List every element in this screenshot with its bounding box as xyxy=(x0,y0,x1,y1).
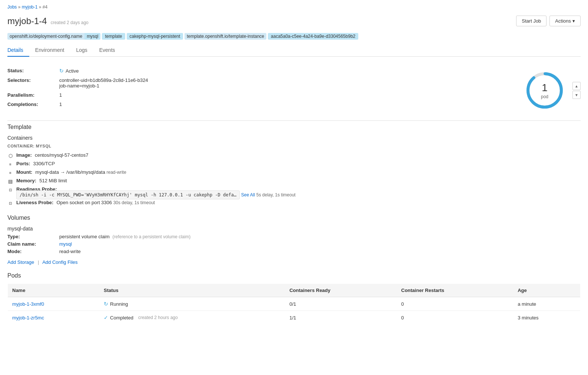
liveness-row: ⊡ Liveness Probe: Open socket on port 33… xyxy=(7,199,581,207)
pod-circle: 1 pod xyxy=(524,70,565,111)
selector1: controller-uid=b1db589a-2c8d-11e6-b324 xyxy=(59,77,509,83)
image-row: ⬡ Image: centos/mysql-57-centos7 xyxy=(7,151,581,160)
ports-row: ≡ Ports: 3306/TCP xyxy=(7,160,581,168)
pod-status-cell: ✓ Completed created 2 hours ago xyxy=(99,311,285,325)
containers-ready-cell: 0/1 xyxy=(285,297,397,311)
tab-details[interactable]: Details xyxy=(7,44,29,57)
label-template-instance[interactable]: template.openshift.io/template-instance xyxy=(185,33,266,40)
liveness-icon: ⊡ xyxy=(7,200,13,206)
label-key: openshift.io/deployment-config.name xyxy=(7,33,84,40)
selector2: job-name=myjob-1 xyxy=(59,83,509,89)
pod-section: 1 pod ▲ ▼ xyxy=(524,70,581,111)
mount-row: ≡ Mount: mysql-data → /var/lib/mysql/dat… xyxy=(7,168,581,177)
pod-2-link[interactable]: myjob-1-zr5mc xyxy=(12,315,44,321)
mount-mode: read-write xyxy=(107,170,126,175)
details-section: Status: ↻ Active Selectors: controller-u… xyxy=(7,63,581,115)
pod-status-cell: ↻ Running xyxy=(99,297,285,311)
age-cell: 3 minutes xyxy=(513,311,580,325)
readiness-content: Readiness Probe: /bin/sh -i -c MYSQL_PWD… xyxy=(16,186,296,198)
label-uid[interactable]: aaca5a0a-c5ee-4a24-ba9e-d3304565b9b2 xyxy=(268,33,358,40)
volume-name: mysql-data xyxy=(7,226,581,232)
liveness-value: Open socket on port 3306 30s delay, 1s t… xyxy=(56,200,155,205)
labels-row: openshift.io/deployment-config.name mysq… xyxy=(7,31,581,44)
template-section-title: Template xyxy=(7,124,581,130)
ports-label: Ports: xyxy=(16,161,30,166)
check-icon: ✓ xyxy=(104,315,108,321)
containers-ready-cell: 1/1 xyxy=(285,311,397,325)
title-actions: Start Job Actions ▾ xyxy=(516,16,581,26)
mount-value: mysql-data → /var/lib/mysql/data read-wr… xyxy=(35,169,126,175)
details-grid: Status: ↻ Active Selectors: controller-u… xyxy=(7,63,509,112)
pod-increment-button[interactable]: ▲ xyxy=(572,82,581,90)
claim-label: Claim name: xyxy=(7,241,59,247)
readiness-row: ⊡ Readiness Probe: /bin/sh -i -c MYSQL_P… xyxy=(7,185,581,199)
pod-decrement-button[interactable]: ▼ xyxy=(572,91,581,99)
pods-title: Pods xyxy=(7,272,581,279)
created-timestamp: created 2 days ago xyxy=(51,20,89,25)
storage-separator: | xyxy=(38,259,39,265)
tab-logs[interactable]: Logs xyxy=(70,44,93,57)
table-row: myjob-1-3xmf0 ↻ Running 0/1 0 a minute xyxy=(8,297,581,311)
breadcrumb-jobs[interactable]: Jobs xyxy=(7,4,17,10)
title-left: myjob-1-4 created 2 days ago xyxy=(7,16,89,26)
actions-button[interactable]: Actions ▾ xyxy=(549,16,581,26)
tab-environment[interactable]: Environment xyxy=(29,44,70,57)
claim-link[interactable]: mysql xyxy=(59,241,581,247)
tab-events[interactable]: Events xyxy=(93,44,121,57)
page-title-row: myjob-1-4 created 2 days ago Start Job A… xyxy=(7,13,581,31)
status-label: Status: xyxy=(7,67,59,74)
image-value: centos/mysql-57-centos7 xyxy=(35,152,89,158)
type-label: Type: xyxy=(7,234,59,239)
pod-label: pod xyxy=(541,94,548,99)
col-containers-ready: Containers Ready xyxy=(285,284,397,297)
breadcrumb-current: #4 xyxy=(43,4,47,10)
breadcrumb-myjob[interactable]: myjob-1 xyxy=(22,4,38,10)
breadcrumb-sep2: » xyxy=(39,4,43,10)
selectors-value: controller-uid=b1db589a-2c8d-11e6-b324 j… xyxy=(59,77,509,89)
label-cakephp[interactable]: cakephp-mysql-persistent xyxy=(127,33,183,40)
mount-path: mysql-data → /var/lib/mysql/data xyxy=(35,169,105,175)
mount-icon: ≡ xyxy=(7,170,13,176)
pod-name-cell: myjob-1-zr5mc xyxy=(8,311,100,325)
type-desc: (reference to a persistent volume claim) xyxy=(112,234,190,239)
col-status: Status xyxy=(99,284,285,297)
type-value: persistent volume claim (reference to a … xyxy=(59,234,581,239)
label-key2: template.openshift.io/template-instance xyxy=(185,33,266,40)
mount-label: Mount: xyxy=(16,169,32,175)
pods-section: Pods Name Status Containers Ready Contai… xyxy=(7,272,581,325)
add-config-link[interactable]: Add Config Files xyxy=(42,259,77,265)
pods-table: Name Status Containers Ready Container R… xyxy=(7,283,581,325)
label-deployment-config[interactable]: openshift.io/deployment-config.name mysq… xyxy=(7,33,100,40)
col-restarts: Container Restarts xyxy=(397,284,513,297)
start-job-button[interactable]: Start Job xyxy=(516,16,547,26)
pod-1-link[interactable]: myjob-1-3xmf0 xyxy=(12,301,44,307)
volumes-title: Volumes xyxy=(7,215,581,221)
completed-label: Completed xyxy=(110,315,133,321)
running-label: Running xyxy=(110,301,128,307)
add-storage-link[interactable]: Add Storage xyxy=(7,259,34,265)
ports-value: 3306/TCP xyxy=(33,161,55,166)
mode-value: read-write xyxy=(59,249,581,254)
page-title: myjob-1-4 xyxy=(7,16,47,26)
memory-value: 512 MiB limit xyxy=(39,178,67,183)
selectors-label: Selectors: xyxy=(7,77,59,89)
completed-status: ✓ Completed created 2 hours ago xyxy=(104,315,280,321)
liveness-meta: 30s delay, 1s timeout xyxy=(113,200,155,205)
details-left: Status: ↻ Active Selectors: controller-u… xyxy=(7,63,509,115)
pods-table-header: Name Status Containers Ready Container R… xyxy=(8,284,581,297)
ports-icon: ≡ xyxy=(7,161,13,167)
refresh-icon: ↻ xyxy=(59,68,64,74)
liveness-label: Liveness Probe: xyxy=(16,200,53,205)
container-label: CONTAINER: MYSQL xyxy=(7,144,581,148)
label-template[interactable]: template xyxy=(102,33,125,40)
completions-label: Completions: xyxy=(7,101,59,108)
tabs: Details Environment Logs Events xyxy=(7,44,581,57)
parallelism-label: Parallelism: xyxy=(7,92,59,99)
readiness-code: /bin/sh -i -c MYSQL_PWD='WVyH3mRHYKfCAYh… xyxy=(16,190,240,199)
see-all-link[interactable]: See All xyxy=(241,192,255,198)
age-cell: a minute xyxy=(513,297,580,311)
chevron-down-icon: ▾ xyxy=(572,18,575,24)
pod-count: 1 xyxy=(541,82,548,94)
memory-label: Memory: xyxy=(16,178,36,183)
restarts-cell: 0 xyxy=(397,297,513,311)
